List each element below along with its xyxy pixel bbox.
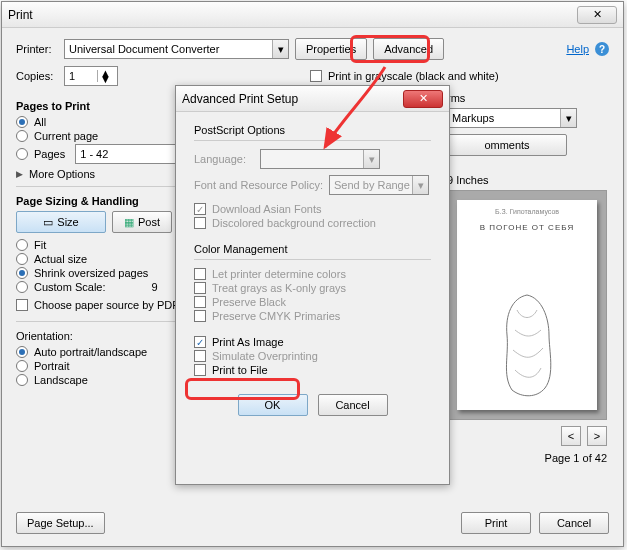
- poster-button[interactable]: ▦Post: [112, 211, 172, 233]
- book-title: В ПОГОНЕ ОТ СЕБЯ: [465, 223, 589, 232]
- titlebar: Print ✕: [2, 2, 623, 28]
- landscape-label: Landscape: [34, 374, 88, 386]
- current-label: Current page: [34, 130, 98, 142]
- treat-gray-label: Treat grays as K-only grays: [212, 282, 346, 294]
- book-author: Б.З. Гипоталамусов: [465, 208, 589, 215]
- print-to-file-check[interactable]: Print to File: [194, 364, 431, 376]
- custom-label: Custom Scale:: [34, 281, 106, 293]
- page-setup-button[interactable]: Page Setup...: [16, 512, 105, 534]
- printer-value: Universal Document Converter: [69, 43, 219, 55]
- triangle-right-icon: ▶: [16, 169, 23, 179]
- preserve-black-check: Preserve Black: [194, 296, 431, 308]
- size-icon: ▭: [43, 216, 53, 229]
- preserve-cmyk-label: Preserve CMYK Primaries: [212, 310, 340, 322]
- chevron-down-icon: ▾: [272, 40, 288, 58]
- copies-input[interactable]: 1 ▲▼: [64, 66, 118, 86]
- advanced-button[interactable]: Advanced: [373, 38, 444, 60]
- auto-orient-label: Auto portrait/landscape: [34, 346, 147, 358]
- window-title: Print: [8, 8, 577, 22]
- portrait-label: Portrait: [34, 360, 69, 372]
- discolor-label: Discolored background correction: [212, 217, 376, 229]
- custom-value: 9: [152, 281, 158, 293]
- print-image-label: Print As Image: [212, 336, 284, 348]
- actual-label: Actual size: [34, 253, 87, 265]
- grayscale-label: Print in grayscale (black and white): [328, 70, 499, 82]
- properties-button[interactable]: Properties: [295, 38, 367, 60]
- language-combo: ▾: [260, 149, 380, 169]
- sim-over-label: Simulate Overprinting: [212, 350, 318, 362]
- adv-title: Advanced Print Setup: [182, 92, 403, 106]
- policy-combo: Send by Range▾: [329, 175, 429, 195]
- fit-label: Fit: [34, 239, 46, 251]
- chevron-down-icon: ▾: [412, 176, 428, 194]
- print-as-image-check[interactable]: Print As Image: [194, 336, 431, 348]
- color-mgmt-title: Color Management: [194, 243, 431, 255]
- preview-area: Б.З. Гипоталамусов В ПОГОНЕ ОТ СЕБЯ: [447, 190, 607, 420]
- ps-options-title: PostScript Options: [194, 124, 431, 136]
- printer-label: Printer:: [16, 43, 58, 55]
- printer-combo[interactable]: Universal Document Converter ▾: [64, 39, 289, 59]
- ok-button[interactable]: OK: [238, 394, 308, 416]
- treat-gray-check: Treat grays as K-only grays: [194, 282, 431, 294]
- close-icon[interactable]: ✕: [403, 90, 443, 108]
- chevron-down-icon: ▾: [363, 150, 379, 168]
- spinner-icon[interactable]: ▲▼: [97, 70, 113, 82]
- preview-page: Б.З. Гипоталамусов В ПОГОНЕ ОТ СЕБЯ: [457, 200, 597, 410]
- print-file-label: Print to File: [212, 364, 268, 376]
- let-printer-label: Let printer determine colors: [212, 268, 346, 280]
- let-printer-check: Let printer determine colors: [194, 268, 431, 280]
- sketch-icon: [477, 290, 577, 400]
- close-icon[interactable]: ✕: [577, 6, 617, 24]
- adv-cancel-button[interactable]: Cancel: [318, 394, 388, 416]
- markups-combo[interactable]: Markups ▾: [447, 108, 577, 128]
- policy-label: Font and Resource Policy:: [194, 179, 323, 191]
- more-options-label: More Options: [29, 168, 95, 180]
- preserve-cmyk-check: Preserve CMYK Primaries: [194, 310, 431, 322]
- chevron-down-icon: ▾: [560, 109, 576, 127]
- size-btn-label: Size: [57, 216, 78, 228]
- preserve-black-label: Preserve Black: [212, 296, 286, 308]
- help-icon[interactable]: ?: [595, 42, 609, 56]
- all-label: All: [34, 116, 46, 128]
- dimensions-label: 9 Inches: [447, 174, 607, 186]
- grayscale-check[interactable]: Print in grayscale (black and white): [310, 70, 499, 82]
- asian-check: Download Asian Fonts: [194, 203, 431, 215]
- help-link[interactable]: Help: [566, 43, 589, 55]
- prev-page-button[interactable]: <: [561, 426, 581, 446]
- simulate-over-check: Simulate Overprinting: [194, 350, 431, 362]
- print-button[interactable]: Print: [461, 512, 531, 534]
- pages-range: 1 - 42: [80, 148, 108, 160]
- pages-input[interactable]: 1 - 42: [75, 144, 185, 164]
- comments-button[interactable]: omments: [447, 134, 567, 156]
- language-label: Language:: [194, 153, 254, 165]
- advanced-dialog: Advanced Print Setup ✕ PostScript Option…: [175, 85, 450, 485]
- cancel-button[interactable]: Cancel: [539, 512, 609, 534]
- page-counter: Page 1 of 42: [447, 452, 607, 464]
- choose-paper-label: Choose paper source by PDF p: [34, 299, 188, 311]
- copies-value: 1: [69, 70, 97, 82]
- poster-btn-label: Post: [138, 216, 160, 228]
- asian-label: Download Asian Fonts: [212, 203, 321, 215]
- poster-icon: ▦: [124, 216, 134, 229]
- discolor-check: Discolored background correction: [194, 217, 431, 229]
- next-page-button[interactable]: >: [587, 426, 607, 446]
- shrink-label: Shrink oversized pages: [34, 267, 148, 279]
- size-button[interactable]: ▭Size: [16, 211, 106, 233]
- copies-label: Copies:: [16, 70, 58, 82]
- policy-value: Send by Range: [334, 179, 410, 191]
- pages-label: Pages: [34, 148, 65, 160]
- markups-value: Markups: [452, 112, 494, 124]
- adv-titlebar: Advanced Print Setup ✕: [176, 86, 449, 112]
